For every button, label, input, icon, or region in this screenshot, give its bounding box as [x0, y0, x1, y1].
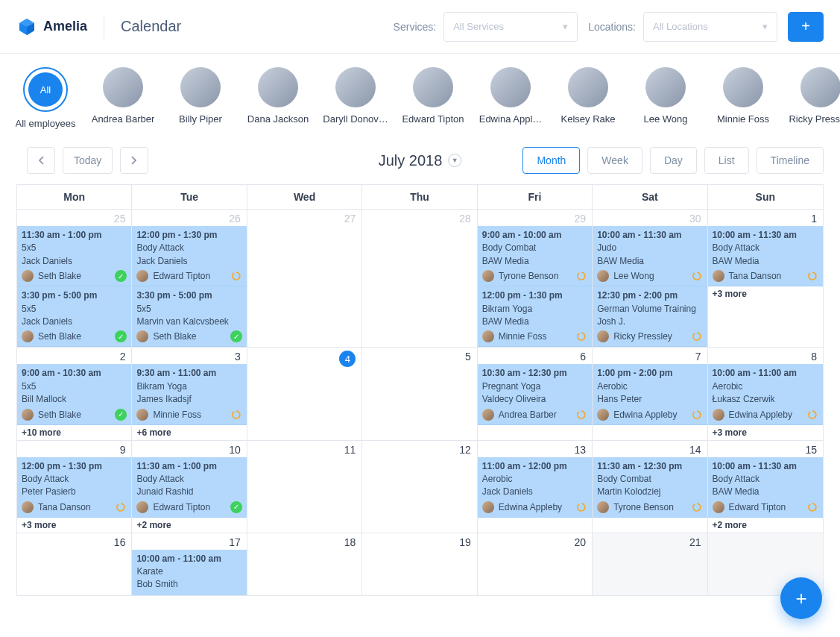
add-button[interactable]: + [788, 12, 824, 42]
calendar-cell[interactable]: 2612:00 pm - 1:30 pmBody AttackJack Dani… [132, 210, 247, 348]
divider [104, 15, 104, 39]
calendar-cell[interactable]: 12 [362, 441, 477, 533]
calendar-event[interactable]: 11:30 am - 1:00 pmBody AttackJunaid Rash… [132, 457, 246, 518]
calendar-cell[interactable]: 299:00 am - 10:00 amBody CombatBAW Media… [478, 210, 593, 348]
more-events[interactable]: +10 more [17, 425, 131, 440]
calendar-event[interactable]: 11:00 am - 12:00 pmAerobicJack DanielsEd… [478, 457, 592, 518]
day-number: 2 [17, 348, 131, 364]
plus-icon: + [795, 587, 806, 596]
calendar-body: 2511:30 am - 1:00 pm5x5Jack DanielsSeth … [17, 210, 823, 596]
recurring-icon [806, 270, 818, 282]
employee-filter-all[interactable]: AllAll employees [16, 67, 75, 129]
calendar-cell[interactable]: 1510:00 am - 11:30 amBody AttackBAW Medi… [708, 441, 823, 533]
day-number: 6 [478, 348, 592, 364]
employee-filter-6[interactable]: Edwina Appl… [481, 67, 540, 129]
calendar-cell[interactable]: 1011:30 am - 1:00 pmBody AttackJunaid Ra… [132, 441, 247, 533]
services-select[interactable]: All Services ▾ [443, 12, 578, 42]
employee-filter-9[interactable]: Minnie Foss [714, 67, 772, 129]
employee-filter-2[interactable]: Billy Piper [171, 67, 230, 129]
event-time: 3:30 pm - 5:00 pm [22, 289, 127, 302]
calendar-cell[interactable]: 27 [247, 210, 362, 348]
employee-filter-4[interactable]: Daryll Donov… [326, 67, 385, 129]
employee-name: Edward Tipton [402, 113, 464, 125]
calendar-cell[interactable]: 1311:00 am - 12:00 pmAerobicJack Daniels… [478, 441, 593, 533]
recurring-icon [115, 501, 127, 513]
calendar-event[interactable]: 12:30 pm - 2:00 pmGerman Volume Training… [593, 286, 707, 347]
next-button[interactable] [120, 147, 148, 174]
calendar-event[interactable]: 10:00 am - 11:30 amJudoBAW MediaLee Wong [593, 226, 707, 286]
calendar-event[interactable]: 11:30 am - 12:30 pmBody CombatMartin Kol… [593, 457, 707, 518]
calendar-cell[interactable]: 18 [247, 533, 362, 596]
calendar-event[interactable]: 12:00 pm - 1:30 pmBody AttackPeter Pasie… [17, 457, 131, 518]
calendar-cell[interactable]: 912:00 pm - 1:30 pmBody AttackPeter Pasi… [17, 441, 132, 533]
calendar-cell[interactable]: 39:30 am - 11:00 amBikram YogaJames Ikad… [132, 348, 247, 440]
calendar-event[interactable]: 9:00 am - 10:00 amBody CombatBAW MediaTy… [478, 226, 592, 286]
employee-filter-10[interactable]: Ricky Pressley [792, 67, 840, 129]
calendar-cell[interactable]: 3010:00 am - 11:30 amJudoBAW MediaLee Wo… [593, 210, 707, 348]
calendar-event[interactable]: 3:30 pm - 5:00 pm5x5Jack DanielsSeth Bla… [17, 286, 131, 347]
calendar-event[interactable]: 3:30 pm - 5:00 pm5x5Marvin van Kalcvsbee… [132, 286, 246, 347]
calendar-cell[interactable]: 1411:30 am - 12:30 pmBody CombatMartin K… [593, 441, 707, 533]
view-day[interactable]: Day [650, 147, 697, 174]
calendar-event[interactable]: 10:00 am - 11:00 amKarateBob Smith [132, 550, 246, 595]
view-month[interactable]: Month [522, 147, 580, 174]
calendar-cell[interactable]: 16 [17, 533, 132, 596]
calendar-event[interactable]: 11:30 am - 1:00 pm5x5Jack DanielsSeth Bl… [17, 226, 131, 286]
calendar-cell[interactable]: 610:30 am - 12:30 pmPregnant YogaValdecy… [478, 348, 593, 440]
calendar-event[interactable]: 10:00 am - 11:30 amBody AttackBAW MediaE… [708, 457, 823, 518]
event-employee-row: Edward Tipton [136, 270, 241, 282]
more-events[interactable]: +3 more [708, 425, 823, 440]
calendar-cell[interactable]: 110:00 am - 11:30 amBody AttackBAW Media… [708, 210, 823, 348]
prev-button[interactable] [27, 147, 55, 174]
event-employee-row: Seth Blake✓ [22, 270, 127, 282]
employee-filter-5[interactable]: Edward Tipton [404, 67, 462, 129]
calendar-event[interactable]: 9:00 am - 10:30 am5x5Bill MallockSeth Bl… [17, 364, 131, 424]
calendar-cell[interactable]: 1710:00 am - 11:00 amKarateBob Smith [132, 533, 247, 596]
calendar-cell[interactable]: 71:00 pm - 2:00 pmAerobicHans PeterEdwin… [593, 348, 707, 440]
employee-filter-1[interactable]: Andrea Barber [94, 67, 152, 129]
calendar-cell[interactable]: 810:00 am - 11:00 amAerobicŁukasz Czerwi… [708, 348, 823, 440]
month-dropdown[interactable]: ▼ [448, 154, 461, 167]
calendar-event[interactable]: 10:00 am - 11:30 amBody AttackBAW MediaT… [708, 226, 823, 286]
calendar-event[interactable]: 1:00 pm - 2:00 pmAerobicHans PeterEdwina… [593, 364, 707, 424]
more-events[interactable]: +6 more [132, 425, 246, 440]
month-text: July 2018 [379, 152, 443, 169]
calendar-cell[interactable]: 20 [478, 533, 593, 596]
calendar-event[interactable]: 10:00 am - 11:00 amAerobicŁukasz Czerwik… [708, 364, 823, 424]
event-time: 11:30 am - 12:30 pm [597, 460, 702, 473]
calendar-cell[interactable]: 5 [362, 348, 477, 440]
calendar-event[interactable]: 10:30 am - 12:30 pmPregnant YogaValdecy … [478, 364, 592, 424]
view-timeline[interactable]: Timeline [757, 147, 824, 174]
view-week[interactable]: Week [587, 147, 642, 174]
event-time: 10:00 am - 11:30 am [713, 460, 818, 473]
calendar-cell[interactable]: 4 [247, 348, 362, 440]
avatar [800, 67, 840, 107]
calendar-cell[interactable]: 29:00 am - 10:30 am5x5Bill MallockSeth B… [17, 348, 132, 440]
more-events[interactable]: +2 more [132, 518, 246, 533]
event-service: Body Attack [22, 473, 127, 486]
day-number: 14 [593, 441, 707, 457]
employee-filter-3[interactable]: Dana Jackson [249, 67, 307, 129]
calendar-cell[interactable]: 19 [362, 533, 477, 596]
more-events[interactable]: +2 more [708, 518, 823, 533]
calendar-event[interactable]: 12:00 pm - 1:30 pmBody AttackJack Daniel… [132, 226, 246, 286]
today-button[interactable]: Today [63, 147, 113, 174]
more-events[interactable]: +3 more [17, 518, 131, 533]
calendar-cell[interactable]: 28 [362, 210, 477, 348]
locations-select[interactable]: All Locations ▾ [643, 12, 777, 42]
recurring-icon [575, 330, 587, 342]
event-employee: Seth Blake [153, 331, 225, 342]
calendar-cell[interactable]: 11 [247, 441, 362, 533]
more-events[interactable]: +3 more [708, 286, 823, 301]
calendar-event[interactable]: 9:30 am - 11:00 amBikram YogaJames Ikads… [132, 364, 246, 424]
event-employee: Minnie Foss [153, 410, 225, 420]
calendar-cell[interactable]: 2511:30 am - 1:00 pm5x5Jack DanielsSeth … [17, 210, 132, 348]
employee-filter-7[interactable]: Kelsey Rake [559, 67, 617, 129]
event-time: 12:00 pm - 1:30 pm [22, 460, 127, 473]
calendar-event[interactable]: 12:00 pm - 1:30 pmBikram YogaBAW MediaMi… [478, 286, 592, 347]
view-list[interactable]: List [704, 147, 749, 174]
check-icon: ✓ [115, 330, 127, 342]
calendar-cell[interactable]: 21 [593, 533, 707, 596]
employee-filter-8[interactable]: Lee Wong [637, 67, 695, 129]
day-number [708, 533, 823, 538]
